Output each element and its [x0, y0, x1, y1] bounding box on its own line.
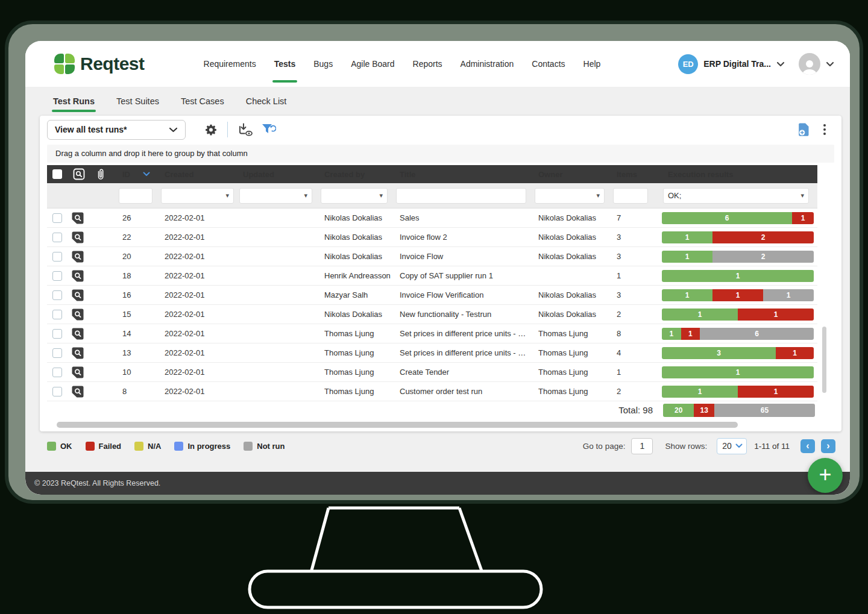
legend-item: OK	[47, 442, 72, 451]
column-header-created-by[interactable]: Created by	[317, 170, 392, 179]
table-row[interactable]: 13 2022-02-01 Thomas Ljung Set prices in…	[47, 343, 817, 363]
preview-icon[interactable]	[72, 289, 84, 301]
column-header-created[interactable]: Created	[157, 170, 236, 179]
group-by-bar[interactable]: Drag a column and drop it here to group …	[47, 145, 834, 163]
preview-icon[interactable]	[72, 270, 84, 282]
cell-created-by: Nikolas Dokalias	[317, 213, 392, 222]
view-select[interactable]: View all test runs*	[47, 120, 186, 140]
table-row[interactable]: 10 2022-02-01 Thomas Ljung Create Tender…	[47, 363, 817, 382]
execution-bar: 11	[662, 309, 814, 321]
column-header-updated[interactable]: Updated	[236, 170, 317, 179]
preview-icon[interactable]	[72, 366, 84, 378]
tab-bar: Test Runs Test Suites Test Cases Check L…	[52, 93, 288, 112]
kebab-menu-icon[interactable]	[822, 123, 827, 136]
filter-refresh-icon[interactable]	[262, 123, 276, 136]
cell-owner: Thomas Ljung	[531, 329, 609, 338]
sort-desc-icon[interactable]	[143, 172, 150, 177]
preview-icon[interactable]	[72, 212, 84, 224]
cell-title[interactable]: Create Tender	[392, 368, 531, 377]
column-header-title[interactable]: Title	[392, 170, 531, 179]
horizontal-scrollbar[interactable]	[57, 422, 738, 428]
column-header-items[interactable]: Items	[609, 170, 661, 179]
table-row[interactable]: 8 2022-02-01 Thomas Ljung Customer order…	[47, 382, 817, 401]
filter-id-input[interactable]	[119, 188, 153, 204]
account-initials-badge[interactable]: ED	[678, 54, 698, 74]
nav-item[interactable]: Tests	[274, 41, 296, 87]
next-page-button[interactable]: ›	[821, 439, 835, 453]
nav-item[interactable]: Requirements	[204, 41, 256, 87]
filter-created-select[interactable]: ▾	[161, 188, 234, 204]
account-chevron-down-icon[interactable]	[776, 61, 785, 67]
preview-icon[interactable]	[72, 231, 84, 243]
cell-title[interactable]: Customer order test run	[392, 387, 531, 396]
cell-title[interactable]: Invoice Flow	[392, 252, 531, 261]
table-row[interactable]: 22 2022-02-01 Nikolas Dokalias Invoice f…	[47, 228, 817, 247]
row-checkbox[interactable]	[52, 348, 62, 358]
cell-title[interactable]: Set prices in different price units - Sp…	[392, 348, 531, 357]
page-input[interactable]	[631, 438, 653, 454]
table-row[interactable]: 26 2022-02-01 Nikolas Dokalias Sales Nik…	[47, 208, 817, 228]
row-checkbox[interactable]	[52, 387, 62, 396]
preview-icon[interactable]	[72, 328, 84, 340]
reqtest-logo[interactable]: Reqtest	[54, 54, 145, 74]
row-checkbox[interactable]	[52, 290, 62, 300]
tab[interactable]: Test Cases	[180, 93, 225, 112]
cell-title[interactable]: Invoice Flow Verification	[392, 290, 531, 299]
cell-owner: Nikolas Dokalias	[531, 252, 609, 261]
export-document-icon[interactable]	[798, 122, 810, 137]
column-header-execution[interactable]: Execution results	[661, 170, 817, 179]
import-view-icon[interactable]	[237, 122, 253, 137]
select-all-checkbox[interactable]	[52, 169, 62, 179]
filter-created-by-select[interactable]: ▾	[321, 188, 388, 204]
column-header-owner[interactable]: Owner	[531, 170, 609, 179]
account-name[interactable]: ERP Digital Tra...	[703, 59, 771, 69]
nav-item[interactable]: Agile Board	[351, 41, 394, 87]
filter-owner-select[interactable]: ▾	[535, 188, 605, 204]
preview-icon[interactable]	[72, 309, 84, 321]
prev-page-button[interactable]: ‹	[800, 439, 815, 453]
cell-title[interactable]: Invoice flow 2	[392, 233, 531, 242]
row-checkbox[interactable]	[52, 329, 62, 339]
cell-title[interactable]: Set prices in different price units - SA…	[392, 329, 531, 338]
show-rows-label: Show rows:	[665, 442, 707, 451]
table-row[interactable]: 16 2022-02-01 Mazyar Salh Invoice Flow V…	[47, 286, 817, 305]
column-header-id[interactable]: ID	[122, 170, 130, 179]
nav-item[interactable]: Administration	[461, 41, 514, 87]
vertical-scrollbar[interactable]	[822, 327, 826, 393]
row-checkbox[interactable]	[52, 233, 62, 242]
nav-item[interactable]: Bugs	[313, 41, 333, 87]
row-checkbox[interactable]	[52, 368, 62, 377]
tab[interactable]: Check List	[245, 93, 288, 112]
add-button[interactable]: +	[808, 458, 843, 493]
table-row[interactable]: 14 2022-02-01 Thomas Ljung Set prices in…	[47, 324, 817, 343]
tab[interactable]: Test Suites	[115, 93, 160, 112]
cell-title[interactable]: New functionality - Testrun	[392, 310, 531, 319]
preview-icon[interactable]	[72, 347, 84, 359]
nav-item[interactable]: Help	[583, 41, 601, 87]
avatar-chevron-down-icon[interactable]	[826, 61, 834, 67]
filter-execution-select[interactable]: OK;▾	[663, 188, 809, 204]
avatar[interactable]	[799, 53, 820, 75]
row-checkbox[interactable]	[52, 271, 62, 281]
table-row[interactable]: 18 2022-02-01 Henrik Andreasson Copy of …	[47, 266, 817, 286]
filter-items-input[interactable]	[613, 188, 648, 204]
preview-icon[interactable]	[72, 251, 84, 263]
preview-icon[interactable]	[72, 386, 84, 398]
gear-icon[interactable]	[205, 124, 218, 136]
row-checkbox[interactable]	[52, 310, 62, 319]
cell-items: 2	[609, 387, 661, 396]
cell-id: 26	[115, 213, 157, 222]
nav-item[interactable]: Contacts	[532, 41, 565, 87]
cell-title[interactable]: Sales	[392, 213, 531, 222]
cell-title[interactable]: Copy of SAT supplier run 1	[392, 271, 531, 280]
filter-execution-value: OK;	[668, 191, 681, 200]
table-row[interactable]: 15 2022-02-01 Nikolas Dokalias New funct…	[47, 305, 817, 324]
nav-item[interactable]: Reports	[413, 41, 442, 87]
row-checkbox[interactable]	[52, 252, 62, 262]
tab[interactable]: Test Runs	[52, 93, 96, 112]
table-row[interactable]: 20 2022-02-01 Nikolas Dokalias Invoice F…	[47, 247, 817, 266]
rows-per-page-select[interactable]: 20	[717, 438, 747, 454]
filter-title-input[interactable]	[396, 188, 526, 204]
filter-updated-select[interactable]: ▾	[239, 188, 312, 204]
row-checkbox[interactable]	[52, 213, 62, 223]
